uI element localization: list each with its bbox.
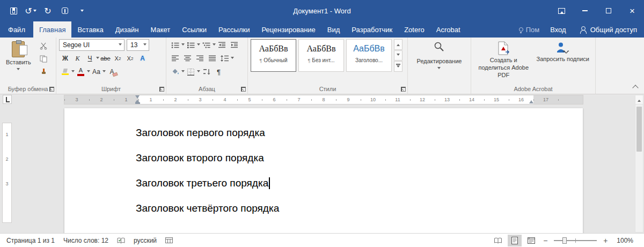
- style-heading1[interactable]: АаБбВв Заголово...: [346, 39, 392, 72]
- align-center-button[interactable]: [181, 53, 194, 64]
- sign-in-button[interactable]: Вход: [544, 21, 572, 38]
- zoom-slider[interactable]: [554, 240, 597, 241]
- ribbon-display-options-button[interactable]: [550, 0, 573, 21]
- maximize-button[interactable]: [597, 0, 620, 21]
- tab-file[interactable]: Файл: [0, 21, 33, 38]
- vertical-scrollbar[interactable]: [635, 95, 643, 233]
- align-right-button[interactable]: [194, 53, 206, 64]
- zoom-center-notch: [575, 238, 576, 243]
- superscript-button[interactable]: X2: [124, 53, 136, 64]
- tab-stop-selector[interactable]: [3, 95, 12, 104]
- change-case-button[interactable]: Аа: [90, 66, 103, 78]
- request-signatures-button[interactable]: Запросить подписи: [533, 39, 593, 84]
- tab-developer[interactable]: Разработчик: [346, 21, 398, 38]
- macro-record-button[interactable]: [161, 234, 177, 247]
- tell-me-assistant[interactable]: Пом: [515, 21, 544, 38]
- undo-button[interactable]: ↺: [23, 3, 39, 19]
- proofing-status-button[interactable]: [113, 234, 129, 247]
- multilevel-list-button[interactable]: [200, 39, 213, 51]
- tab-layout[interactable]: Макет: [144, 21, 176, 38]
- bullets-icon: [171, 42, 179, 49]
- zoom-in-button[interactable]: +: [601, 235, 610, 246]
- paragraph[interactable]: Заголовок второго порядка: [136, 145, 583, 170]
- tab-review[interactable]: Рецензирование: [255, 21, 321, 38]
- borders-button[interactable]: [185, 66, 197, 78]
- decrease-indent-button[interactable]: [216, 39, 228, 51]
- tab-view[interactable]: Вид: [321, 21, 346, 38]
- styles-gallery-scroll: [394, 39, 402, 72]
- paste-button[interactable]: Вставить: [3, 39, 34, 84]
- ribbon: Вставить Буфер обмена Segoe UI 13 Ж: [0, 38, 644, 94]
- close-button[interactable]: ×: [620, 0, 644, 21]
- window-controls: ×: [550, 0, 644, 21]
- more-bar-icon: [396, 64, 400, 65]
- create-pdf-button[interactable]: Создать и поделиться Adobe PDF: [474, 39, 533, 84]
- style-no-spacing[interactable]: АаБбВв ¶Без инт...: [298, 39, 344, 72]
- font-dialog-launcher[interactable]: [159, 87, 164, 92]
- justify-button[interactable]: [206, 53, 218, 64]
- zoom-level[interactable]: 100%: [612, 234, 638, 247]
- left-indent-marker[interactable]: [135, 100, 140, 102]
- zoom-out-button[interactable]: −: [541, 235, 550, 246]
- paragraph[interactable]: Заголовок четвёртого порядка: [136, 196, 583, 221]
- style-normal[interactable]: АаБбВв ¶Обычный: [251, 39, 296, 72]
- format-painter-button[interactable]: [38, 66, 50, 78]
- language-indicator[interactable]: русский: [129, 234, 161, 247]
- increase-indent-button[interactable]: [228, 39, 240, 51]
- font-name-combo[interactable]: Segoe UI: [59, 39, 125, 51]
- print-layout-button[interactable]: [508, 235, 522, 246]
- italic-button[interactable]: К: [71, 53, 84, 64]
- sort-button[interactable]: [200, 66, 213, 78]
- right-indent-marker[interactable]: [529, 100, 533, 103]
- paragraph[interactable]: Заголовок третьего порядка: [136, 170, 583, 196]
- page-indicator[interactable]: Страница 1 из 1: [2, 234, 59, 247]
- minimize-button[interactable]: [573, 0, 597, 21]
- zoom-slider-thumb[interactable]: [562, 237, 567, 244]
- scroll-up-button[interactable]: [635, 95, 643, 104]
- align-left-button[interactable]: [169, 53, 181, 64]
- styles-dialog-launcher[interactable]: [401, 87, 406, 92]
- tab-insert[interactable]: Вставка: [71, 21, 109, 38]
- styles-scroll-down-button[interactable]: [394, 50, 402, 61]
- text-effects-button[interactable]: А: [136, 53, 149, 64]
- share-button[interactable]: Общий доступ: [573, 21, 644, 38]
- shading-button[interactable]: [169, 66, 181, 78]
- save-button[interactable]: [5, 3, 21, 19]
- font-color-button[interactable]: А: [75, 66, 87, 78]
- read-mode-button[interactable]: [491, 235, 505, 246]
- tab-design[interactable]: Дизайн: [109, 21, 145, 38]
- paragraph-dialog-launcher[interactable]: [241, 87, 246, 92]
- collapse-ribbon-button[interactable]: [631, 83, 640, 91]
- word-count[interactable]: Число слов: 12: [59, 234, 113, 247]
- touch-mode-button[interactable]: [57, 3, 73, 19]
- editing-menu-button[interactable]: Редактирование: [414, 39, 465, 84]
- subscript-button[interactable]: X2: [112, 53, 124, 64]
- font-size-combo[interactable]: 13: [127, 39, 149, 51]
- paragraph[interactable]: Заголовок первого порядка: [136, 120, 583, 145]
- tab-zotero[interactable]: Zotero: [398, 21, 430, 38]
- bold-button[interactable]: Ж: [59, 53, 71, 64]
- copy-button[interactable]: [38, 53, 50, 65]
- tab-acrobat[interactable]: Acrobat: [430, 21, 466, 38]
- show-formatting-marks-button[interactable]: ¶: [213, 66, 225, 78]
- scrollbar-thumb[interactable]: [636, 107, 642, 152]
- tab-home[interactable]: Главная: [33, 21, 71, 38]
- line-spacing-button[interactable]: [218, 53, 231, 64]
- styles-more-button[interactable]: [394, 61, 402, 72]
- tab-mailings[interactable]: Рассылки: [213, 21, 255, 38]
- styles-scroll-up-button[interactable]: [394, 39, 402, 50]
- web-layout-button[interactable]: [524, 235, 538, 246]
- first-line-indent-marker[interactable]: [135, 95, 140, 99]
- bullets-button[interactable]: [169, 39, 181, 51]
- customize-qat-button[interactable]: [74, 3, 90, 19]
- highlight-color-button[interactable]: [59, 66, 71, 78]
- redo-button[interactable]: ↻: [40, 3, 56, 19]
- tab-references[interactable]: Ссылки: [176, 21, 213, 38]
- clipboard-dialog-launcher[interactable]: [49, 87, 54, 92]
- numbering-button[interactable]: [185, 39, 197, 51]
- underline-button[interactable]: Ч: [84, 53, 96, 64]
- cut-button[interactable]: [38, 40, 50, 52]
- clear-formatting-button[interactable]: А: [106, 66, 118, 78]
- document-page[interactable]: Заголовок первого порядка Заголовок втор…: [64, 108, 583, 233]
- strikethrough-button[interactable]: abe: [99, 53, 112, 64]
